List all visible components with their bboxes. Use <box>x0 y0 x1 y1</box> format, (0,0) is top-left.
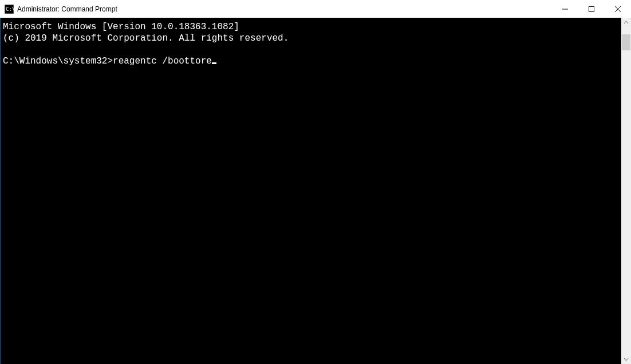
svg-rect-4 <box>589 6 594 11</box>
maximize-button[interactable] <box>578 0 605 18</box>
window-title: Administrator: Command Prompt <box>17 5 117 13</box>
titlebar[interactable]: C:\ Administrator: Command Prompt <box>0 0 631 18</box>
scrollbar-thumb[interactable] <box>622 34 630 50</box>
scroll-down-arrow-icon[interactable] <box>621 354 631 364</box>
scroll-up-arrow-icon[interactable] <box>621 18 631 27</box>
console-prompt: C:\Windows\system32> <box>3 56 113 66</box>
console-command: reagentc /boottore <box>113 56 212 66</box>
scrollbar-track[interactable] <box>621 27 631 354</box>
vertical-scrollbar[interactable] <box>621 18 631 364</box>
minimize-button[interactable] <box>552 0 578 18</box>
svg-text:C:\: C:\ <box>6 6 14 12</box>
close-button[interactable] <box>605 0 631 18</box>
cmd-icon: C:\ <box>5 5 14 14</box>
text-cursor <box>212 62 216 64</box>
console-output[interactable]: Microsoft Windows [Version 10.0.18363.10… <box>1 18 621 364</box>
console-line: Microsoft Windows [Version 10.0.18363.10… <box>3 22 239 32</box>
window-controls <box>552 0 631 18</box>
client-area: Microsoft Windows [Version 10.0.18363.10… <box>0 18 631 364</box>
console-line: (c) 2019 Microsoft Corporation. All righ… <box>3 33 289 43</box>
